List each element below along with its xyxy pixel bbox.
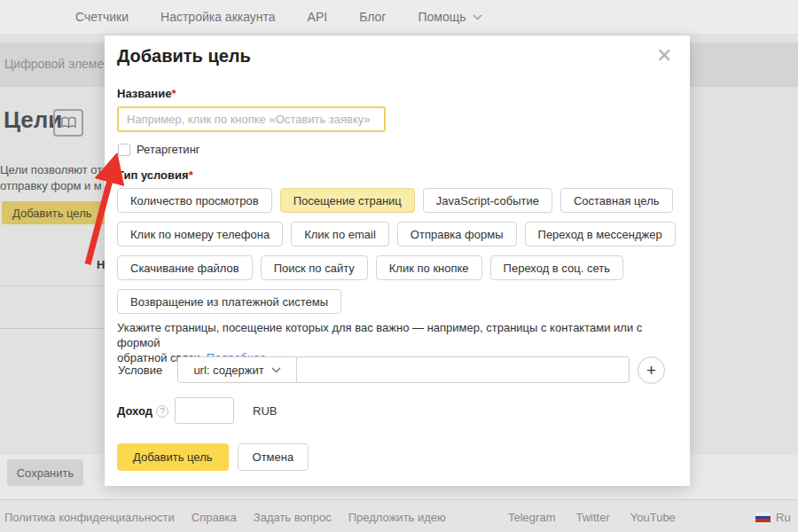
type-option-button[interactable]: Скачивание файлов [117,255,253,280]
retargeting-label: Ретаргетинг [137,143,200,156]
cancel-button[interactable]: Отмена [238,443,309,471]
table-divider [0,286,120,286]
type-option-button[interactable]: Клик по номеру телефона [117,222,283,246]
save-button[interactable]: Сохранить [7,459,83,486]
condition-value-input[interactable] [296,356,630,383]
footer-link[interactable]: Политика конфиденциальности [4,511,175,524]
language-switcher[interactable]: Ru [755,511,791,524]
nav-help-label: Помощь [418,10,466,24]
help-question-icon[interactable]: ? [156,405,168,418]
footer-link[interactable]: Предложить идею [348,511,446,524]
footer-social-link[interactable]: Telegram [508,511,555,524]
modal-actions: Добавить цель Отмена [117,443,309,471]
close-icon[interactable]: ✕ [656,46,672,66]
retargeting-row: Ретаргетинг [118,143,200,156]
chevron-down-icon [271,367,281,373]
add-goal-button-background[interactable]: Добавить цель [2,201,117,224]
footer-link[interactable]: Справка [192,511,237,524]
required-asterisk: * [189,168,193,182]
nav-item[interactable]: Счетчики [75,10,129,24]
russia-flag-icon [755,512,771,522]
add-goal-modal: Добавить цель ✕ Название* Ретаргетинг Ти… [105,35,690,486]
top-nav: СчетчикиНастройка аккаунтаAPIБлог Помощь [0,0,798,34]
chevron-down-icon [473,14,482,20]
book-icon[interactable] [53,109,83,137]
type-option-button[interactable]: Клик по email [291,222,389,246]
footer-link[interactable]: Задать вопрос [254,511,332,524]
footer-left-links: Политика конфиденциальностиСправкаЗадать… [4,511,446,524]
type-option-button[interactable]: Поиск по сайту [261,255,368,280]
nav-item[interactable]: Блог [359,10,386,24]
condition-select-value: url: содержит [193,364,263,377]
type-option-button[interactable]: Клик по кнопке [376,255,482,280]
type-option-button[interactable]: Количество просмотров [117,188,272,213]
table-header-name: Н [97,258,105,271]
type-option-button[interactable]: Посещение страниц [280,188,415,213]
nav-item-help[interactable]: Помощь [418,10,481,24]
condition-type-label: Тип условия* [117,168,193,182]
nav-item[interactable]: API [308,10,328,24]
type-option-button[interactable]: Переход в соц. сеть [490,255,623,280]
type-option-button[interactable]: Переход в мессенджер [525,222,676,246]
footer-right-links: TelegramTwitterYouTube [508,511,676,524]
currency-label: RUB [253,404,277,418]
footer-social-link[interactable]: Twitter [575,511,609,524]
revenue-input[interactable] [175,397,234,424]
type-option-button[interactable]: Возвращение из платежной системы [117,289,341,314]
submit-add-goal-button[interactable]: Добавить цель [117,443,229,471]
type-option-button[interactable]: JavaScript-событие [423,188,552,213]
url-condition-select[interactable]: url: содержит [177,356,297,383]
nav-item[interactable]: Настройка аккаунта [160,10,276,24]
add-condition-button[interactable]: + [638,356,665,384]
goals-description: Цели позволяют от отправку форм и м [0,162,102,194]
table-divider [0,328,120,329]
condition-label: Условие [118,364,162,377]
counter-name: Цифровой элеме [4,57,104,71]
footer: Политика конфиденциальностиСправкаЗадать… [0,499,798,532]
retargeting-checkbox[interactable] [118,144,130,156]
required-asterisk: * [171,87,176,100]
footer-social-link[interactable]: YouTube [630,511,676,524]
type-option-button[interactable]: Отправка формы [397,222,517,246]
goal-name-input[interactable] [117,106,386,132]
modal-title: Добавить цель [117,46,251,66]
name-label: Название* [117,87,176,100]
type-rows: Количество просмотровПосещение страницJa… [117,188,676,323]
language-label: Ru [776,511,791,524]
type-option-button[interactable]: Составная цель [560,188,673,213]
revenue-label: Доход [117,404,153,418]
